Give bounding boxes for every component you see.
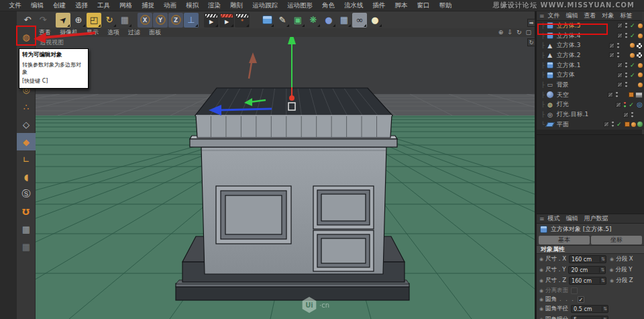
menu-item-5[interactable]: 网格 — [115, 1, 137, 10]
viewport-canvas[interactable] — [36, 28, 535, 319]
render-check-icon[interactable]: ✓ — [629, 101, 635, 108]
object-row[interactable]: └平面✓ — [537, 120, 644, 130]
visibility-dots-icon[interactable] — [625, 72, 628, 79]
photo-tag-icon[interactable] — [635, 92, 643, 98]
attribute-value-field[interactable]: 0.5 cm⇅ — [571, 305, 608, 313]
layer-swatch-icon[interactable] — [617, 62, 623, 68]
object-row[interactable]: ├▲立方体.3 — [537, 40, 644, 50]
rotate-view-icon[interactable]: ↻ — [517, 29, 522, 36]
layer-swatch-icon[interactable] — [617, 33, 623, 38]
compositing-tag-icon[interactable] — [625, 122, 630, 127]
attr-burger-icon[interactable]: ≡ — [539, 216, 545, 222]
keyframe-dot-icon[interactable]: ◉ — [609, 267, 613, 273]
phong-tag-icon[interactable] — [638, 34, 643, 38]
object-row[interactable]: ├立方体✓ — [537, 70, 644, 80]
keyframe-dot-icon[interactable]: ◉ — [539, 297, 543, 302]
viewport[interactable]: 查看摄像机显示选项过滤面板 透视视图 ⊕⇩↻▢ Ui ·cn — [36, 28, 535, 319]
menu-item-10[interactable]: 雕刻 — [225, 1, 248, 10]
polygons-mode-icon[interactable]: ◆ — [17, 133, 36, 150]
phong-tag-icon[interactable] — [638, 83, 643, 87]
menu-item-0[interactable]: 文件 — [4, 1, 26, 10]
om-menu-4[interactable]: 标签 — [621, 11, 633, 20]
layer-swatch-icon[interactable] — [623, 112, 629, 118]
render-check-icon[interactable]: ✓ — [630, 32, 637, 39]
target-tag-icon[interactable]: ◎ — [637, 101, 643, 108]
phong-tag-icon[interactable] — [638, 63, 643, 68]
attribute-value-field[interactable]: 20 cm⇅ — [568, 266, 606, 274]
add-environment-icon[interactable]: ● — [321, 13, 336, 28]
zoom-view-icon[interactable]: ⇩ — [507, 29, 513, 36]
keyframe-dot-icon[interactable]: ◉ — [539, 288, 543, 293]
menu-item-3[interactable]: 选择 — [70, 1, 93, 10]
stepper-icon[interactable]: ⇅ — [599, 267, 605, 273]
viewport-menu-4[interactable]: 过滤 — [128, 28, 140, 37]
rotate-icon[interactable]: ↻ — [102, 13, 117, 28]
object-row[interactable]: ├◎灯光.目标.1 — [537, 109, 644, 120]
menu-item-11[interactable]: 运动跟踪 — [248, 1, 282, 10]
om-burger-icon[interactable]: ≡ — [539, 13, 545, 19]
om-menu-0[interactable]: 文件 — [548, 11, 560, 20]
attribute-checkbox[interactable]: ✓ — [578, 296, 584, 303]
attr-menu-2[interactable]: 用户数据 — [584, 214, 608, 223]
phong-tag-icon[interactable] — [630, 43, 635, 48]
layer-swatch-icon[interactable] — [617, 73, 623, 78]
workplane-auto-icon[interactable]: ▦ — [17, 238, 36, 255]
render-settings-icon[interactable]: * — [235, 13, 250, 28]
redo-icon[interactable]: ↷ — [36, 13, 50, 28]
viewport-mouse-icon[interactable]: ◖ — [17, 168, 36, 185]
visibility-dots-icon[interactable] — [631, 111, 634, 118]
render-check-icon[interactable]: ✓ — [630, 72, 637, 79]
viewport-menu-5[interactable]: 面板 — [149, 28, 161, 37]
points-mode-icon[interactable]: ∴ — [17, 98, 36, 116]
menu-item-9[interactable]: 渲染 — [203, 1, 225, 10]
attr-tab-1[interactable]: 坐标 — [591, 236, 642, 244]
layer-swatch-icon[interactable] — [604, 122, 609, 127]
layer-swatch-icon[interactable] — [617, 82, 623, 87]
phong-tag-icon[interactable] — [638, 24, 643, 28]
add-effector-icon[interactable]: ❋ — [306, 13, 321, 28]
menu-item-1[interactable]: 编辑 — [26, 1, 48, 10]
edges-mode-icon[interactable]: ◇ — [17, 116, 36, 133]
keyframe-dot-icon[interactable]: ◉ — [539, 278, 543, 283]
compositing-tag-icon[interactable] — [629, 92, 634, 97]
viewport-menu-1[interactable]: 摄像机 — [60, 28, 78, 37]
visibility-dots-icon[interactable] — [625, 22, 628, 29]
snap-settings-icon[interactable]: Ⓢ — [17, 185, 36, 203]
object-row[interactable]: ├天空 — [537, 90, 644, 100]
last-tool-icon[interactable]: ▦ — [117, 13, 132, 28]
om-menu-1[interactable]: 编辑 — [566, 11, 578, 20]
menu-item-2[interactable]: 创建 — [48, 1, 70, 10]
checker-tag-icon[interactable] — [636, 52, 643, 58]
menu-item-12[interactable]: 运动图形 — [282, 1, 317, 10]
menu-item-6[interactable]: 捕捉 — [137, 1, 159, 10]
om-menu-3[interactable]: 对象 — [602, 11, 614, 20]
add-camera-icon[interactable]: ∞ — [352, 13, 367, 28]
object-row[interactable]: ├立方体.1✓ — [537, 60, 644, 71]
add-light-icon[interactable]: ● — [368, 13, 382, 28]
lock-y-icon[interactable]: Y — [153, 13, 168, 28]
viewport-menu-3[interactable]: 选项 — [107, 28, 119, 37]
menu-item-15[interactable]: 插件 — [368, 1, 390, 10]
keyframe-dot-icon[interactable]: ◉ — [539, 306, 543, 312]
layer-swatch-icon[interactable] — [608, 92, 613, 97]
phong-tag-icon[interactable] — [630, 53, 635, 58]
visibility-dots-icon[interactable] — [625, 62, 628, 69]
panel-arrow-icon[interactable]: ➡ — [527, 19, 535, 27]
toggle-view-icon[interactable]: ▢ — [525, 29, 531, 36]
layer-swatch-icon[interactable] — [617, 23, 623, 28]
add-subdivision-icon[interactable]: ▣ — [290, 13, 305, 28]
attr-menu-0[interactable]: 模式 — [548, 214, 560, 223]
attribute-checkbox[interactable] — [571, 287, 578, 294]
stepper-icon[interactable]: ⇅ — [600, 278, 606, 283]
object-row[interactable]: ├◍灯光✓◎ — [537, 100, 644, 110]
pan-view-icon[interactable]: ⊕ — [498, 29, 504, 36]
keyframe-dot-icon[interactable]: ◉ — [610, 278, 614, 283]
object-row[interactable]: ├▲立方体.2 — [537, 50, 644, 60]
visibility-dots-icon[interactable] — [616, 52, 620, 58]
menu-item-14[interactable]: 流水线 — [339, 1, 368, 10]
lock-x-icon[interactable]: X — [138, 13, 152, 28]
viewport-menu-0[interactable]: 查看 — [39, 28, 51, 37]
add-cube-icon[interactable] — [260, 13, 274, 28]
menu-item-8[interactable]: 模拟 — [181, 1, 203, 10]
scale-icon[interactable]: ◰ — [87, 13, 101, 28]
